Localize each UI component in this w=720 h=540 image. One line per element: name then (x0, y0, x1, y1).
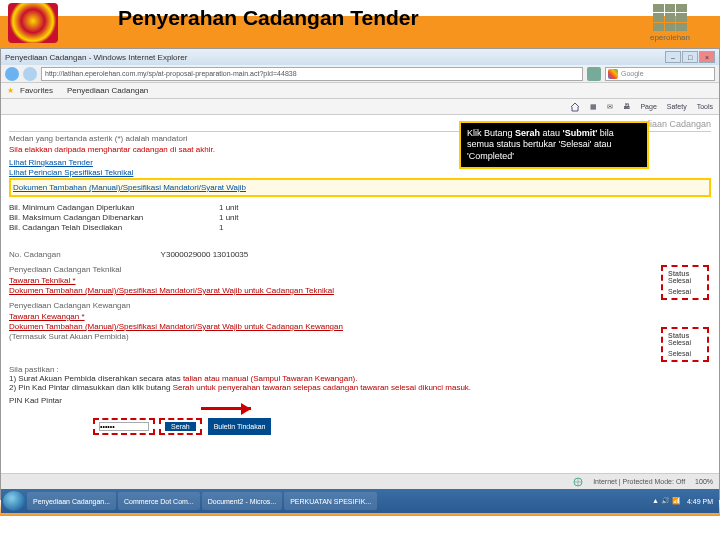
taskbar-item-ie[interactable]: Penyediaan Cadangan... (27, 492, 116, 510)
section-teknikal: Penyediaan Cadangan Teknikal Tawaran Tek… (9, 265, 711, 295)
home-icon[interactable] (570, 102, 580, 112)
slide-header: Penyerahan Cadangan Tender eperolehan (0, 0, 720, 48)
window-titlebar: Penyediaan Cadangan - Windows Internet E… (1, 49, 719, 65)
highlighted-link-box: Dokumen Tambahan (Manual)/Spesifikasi Ma… (9, 178, 711, 197)
browser-toolbar: ▦ ✉ 🖶 Page Safety Tools (1, 99, 719, 115)
no-cadangan-row: No. CadanganY3000029000 13010035 (9, 250, 711, 259)
window-controls: – □ × (665, 51, 715, 63)
favorites-star-icon[interactable]: ★ (7, 86, 14, 95)
malaysia-crest-icon (8, 3, 58, 43)
taskbar-item-cdc[interactable]: Commerce Dot Com... (118, 492, 200, 510)
spec-max: Bil. Maksimum Cadangan Dibenarkan1 unit (9, 213, 711, 222)
notes-section: Sila pastikan : 1) Surat Akuan Pembida d… (9, 365, 711, 405)
windows-taskbar: Penyediaan Cadangan... Commerce Dot Com.… (1, 489, 719, 513)
pin-input[interactable] (99, 422, 149, 431)
serah-button-highlight: Serah (159, 418, 202, 435)
security-zone: Internet | Protected Mode: Off (593, 478, 685, 485)
slide-title: Penyerahan Cadangan Tender (118, 6, 419, 30)
spec-min: Bil. Minimum Cadangan Diperlukan1 unit (9, 203, 711, 212)
status-box-kewangan: Status Selesai Selesai (661, 327, 709, 362)
tools-menu[interactable]: Tools (697, 103, 713, 110)
address-bar-row: http://latihan.eperolehan.com.my/sp/at-p… (1, 65, 719, 83)
spec-done: Bil. Cadangan Telah Disediakan1 (9, 223, 711, 232)
link-tawaran-teknikal[interactable]: Tawaran Teknikal * (9, 276, 711, 285)
forward-button[interactable] (23, 67, 37, 81)
taskbar-item-spec[interactable]: PERKUATAN SPESIFIK... (284, 492, 377, 510)
red-arrow-icon (201, 407, 251, 410)
back-button[interactable] (5, 67, 19, 81)
eperolehan-logo: eperolehan (630, 4, 710, 42)
instruction-callout: Klik Butang Serah atau 'Submit' bila sem… (459, 121, 649, 169)
link-tawaran-kewangan[interactable]: Tawaran Kewangan * (9, 312, 711, 321)
link-dokumen-tambahan[interactable]: Dokumen Tambahan (Manual)/Spesifikasi Ma… (13, 183, 707, 192)
surat-akuan-note: (Termasuk Surat Akuan Pembida) (9, 332, 129, 341)
safety-menu[interactable]: Safety (667, 103, 687, 110)
favorites-bar: ★ Favorites Penyediaan Cadangan (1, 83, 719, 99)
tab-current[interactable]: Penyediaan Cadangan (67, 86, 148, 95)
google-icon (608, 69, 618, 79)
window-title: Penyediaan Cadangan - Windows Internet E… (5, 53, 187, 62)
feed-icon[interactable]: ▦ (590, 103, 597, 111)
system-tray[interactable]: ▲ 🔊 📶 4:49 PM (652, 497, 717, 505)
serah-button[interactable]: Serah (165, 422, 196, 431)
browser-statusbar: Internet | Protected Mode: Off 100% (1, 473, 719, 489)
url-input[interactable]: http://latihan.eperolehan.com.my/sp/at-p… (41, 67, 583, 81)
section-kewangan: Penyediaan Cadangan Kewangan Tawaran Kew… (9, 301, 711, 341)
page-menu[interactable]: Page (640, 103, 656, 110)
taskbar-item-word[interactable]: Document2 - Micros... (202, 492, 282, 510)
link-dok-teknikal[interactable]: Dokumen Tambahan (Manual)/Spesifikasi Ma… (9, 286, 711, 295)
maximize-button[interactable]: □ (682, 51, 698, 63)
favorites-label[interactable]: Favorites (20, 86, 53, 95)
start-button[interactable] (3, 491, 25, 511)
close-button[interactable]: × (699, 51, 715, 63)
zoom-level[interactable]: 100% (695, 478, 713, 485)
clock[interactable]: 4:49 PM (687, 498, 713, 505)
mail-icon[interactable]: ✉ (607, 103, 613, 111)
search-input[interactable]: Google (605, 67, 715, 81)
buletin-button[interactable]: Buletin Tindakan (208, 418, 272, 435)
browser-window: Penyediaan Cadangan - Windows Internet E… (0, 48, 720, 500)
tray-icons[interactable]: ▲ 🔊 📶 (652, 497, 681, 505)
minimize-button[interactable]: – (665, 51, 681, 63)
pin-and-buttons: Serah Buletin Tindakan (93, 418, 271, 435)
link-spesifikasi[interactable]: Lihat Perincian Spesifikasi Teknikal (9, 168, 711, 177)
refresh-button[interactable] (587, 67, 601, 81)
globe-icon (573, 477, 583, 487)
print-icon[interactable]: 🖶 (623, 103, 630, 110)
link-dok-kewangan[interactable]: Dokumen Tambahan (Manual)/Spesifikasi Ma… (9, 322, 711, 331)
pin-input-highlight (93, 418, 155, 435)
page-content: Penyediaan Cadangan Medan yang bertanda … (1, 115, 719, 473)
status-box-teknikal: Status Selesai Selesai (661, 265, 709, 300)
spec-block: Bil. Minimum Cadangan Diperlukan1 unit B… (9, 203, 711, 232)
